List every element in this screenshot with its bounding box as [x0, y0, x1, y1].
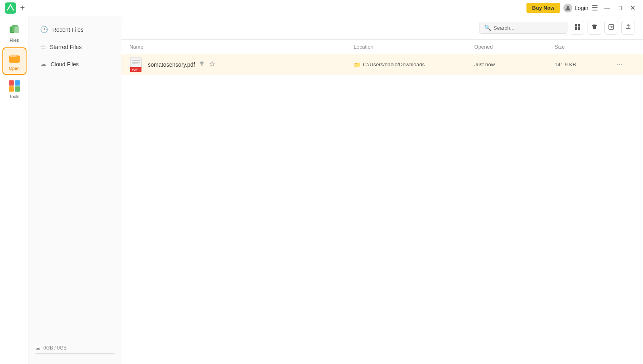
recent-icon: 🕐 [40, 26, 48, 33]
sidebar-open-label: Open [9, 66, 20, 71]
svg-rect-12 [575, 27, 577, 30]
col-name: Name [129, 44, 354, 50]
file-name-cell: PDF somatosensory.pdf [129, 57, 354, 72]
nav-item-recent[interactable]: 🕐 Recent Files [32, 22, 118, 37]
nav-sidebar: 🕐 Recent Files ☆ Starred Files ☁ Cloud F… [29, 16, 121, 364]
starred-icon: ☆ [40, 43, 46, 51]
svg-text:PDF: PDF [132, 68, 138, 71]
buy-now-button[interactable]: Buy Now [526, 3, 560, 13]
login-button[interactable]: Login [563, 4, 588, 12]
file-actions: somatosensory.pdf [148, 60, 216, 69]
title-bar: + Buy Now Login ☰ — □ ✕ [0, 0, 643, 16]
svg-rect-10 [575, 24, 577, 27]
close-button[interactable]: ✕ [627, 2, 638, 14]
window-controls: — □ ✕ [601, 2, 638, 14]
login-label: Login [575, 5, 588, 11]
nav-recent-label: Recent Files [52, 27, 84, 33]
nav-item-cloud[interactable]: ☁ Cloud Files [32, 56, 118, 72]
storage-cloud-icon: ☁ [35, 345, 40, 351]
file-location: C:/Users/habib/Downloads [363, 61, 425, 67]
svg-rect-11 [578, 24, 580, 27]
svg-rect-0 [5, 2, 16, 14]
col-location: Location [354, 44, 474, 50]
upload-button[interactable] [621, 21, 635, 35]
app-body: Files Open Tools 🕐 Recent Files [0, 16, 643, 364]
svg-rect-14 [593, 25, 596, 25]
add-tab-button[interactable]: + [20, 3, 25, 12]
file-name: somatosensory.pdf [148, 61, 195, 68]
more-options-button[interactable]: ··· [615, 59, 624, 70]
main-content: 🔍 [121, 16, 643, 364]
svg-rect-6 [9, 80, 14, 86]
open-icon [8, 51, 21, 64]
location-cell: 📁 C:/Users/habib/Downloads [354, 61, 474, 68]
svg-rect-7 [15, 80, 20, 86]
maximize-button[interactable]: □ [614, 2, 625, 14]
upload-icon [625, 24, 631, 32]
trash-button[interactable] [588, 21, 601, 35]
search-input[interactable] [494, 25, 562, 31]
opened-cell: Just now [474, 61, 555, 67]
app-logo [5, 2, 16, 14]
table-row[interactable]: PDF somatosensory.pdf [121, 54, 643, 75]
toolbar: 🔍 [121, 16, 643, 40]
login-avatar [563, 4, 572, 12]
pdf-file-icon: PDF [130, 57, 143, 72]
sidebar-files-label: Files [10, 38, 19, 43]
svg-rect-15 [592, 25, 597, 26]
table-header: Name Location Opened Size [121, 40, 643, 54]
file-size: 141.9 KB [555, 61, 576, 67]
icon-sidebar: Files Open Tools [0, 16, 29, 364]
storage-section: ☁ 0GB / 0GB [29, 340, 121, 359]
folder-icon: 📁 [354, 61, 360, 68]
cloud-icon: ☁ [40, 60, 47, 68]
sidebar-tools-label: Tools [9, 94, 20, 99]
view-toggle-button[interactable] [571, 21, 584, 35]
star-button[interactable] [209, 60, 216, 69]
view-grid-icon [574, 24, 581, 32]
nav-starred-label: Starred Files [50, 44, 82, 50]
hamburger-menu-button[interactable]: ☰ [592, 4, 598, 12]
export-button[interactable] [604, 21, 618, 35]
svg-rect-4 [14, 27, 19, 33]
search-box[interactable]: 🔍 [479, 22, 567, 34]
file-table: PDF somatosensory.pdf [121, 54, 643, 364]
tools-icon [8, 80, 21, 92]
more-cell: ··· [615, 59, 635, 70]
sidebar-item-tools[interactable]: Tools [2, 76, 27, 102]
col-size: Size [555, 44, 615, 50]
files-icon [8, 23, 21, 36]
sidebar-item-files[interactable]: Files [2, 20, 27, 46]
pin-button[interactable] [198, 60, 205, 69]
file-icon: PDF [129, 57, 144, 72]
svg-rect-8 [9, 86, 14, 92]
nav-cloud-label: Cloud Files [51, 61, 79, 67]
svg-rect-13 [578, 27, 580, 30]
storage-bar [35, 353, 115, 354]
nav-item-starred[interactable]: ☆ Starred Files [32, 39, 118, 55]
storage-label: 0GB / 0GB [43, 345, 67, 351]
file-opened: Just now [474, 61, 495, 67]
trash-icon [591, 24, 598, 32]
minimize-button[interactable]: — [601, 2, 612, 14]
search-icon: 🔍 [484, 25, 491, 31]
col-actions [615, 44, 635, 50]
col-opened: Opened [474, 44, 555, 50]
size-cell: 141.9 KB [555, 61, 615, 67]
sidebar-item-open[interactable]: Open [2, 47, 27, 75]
export-icon [608, 24, 614, 32]
svg-rect-9 [15, 86, 20, 92]
